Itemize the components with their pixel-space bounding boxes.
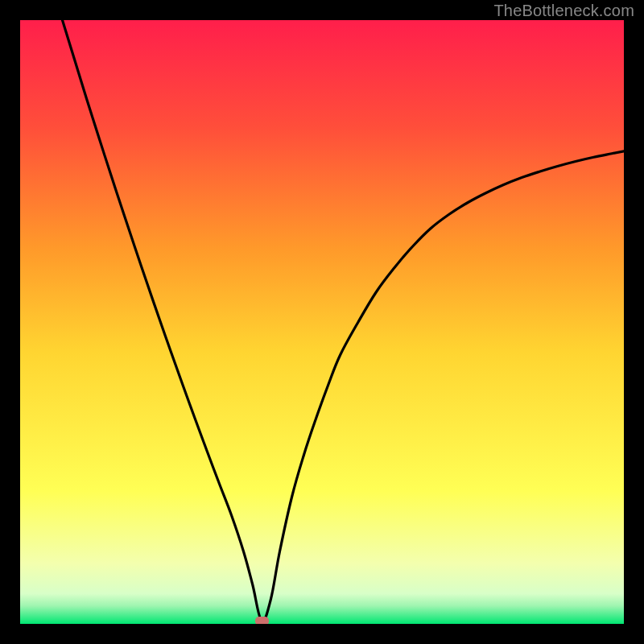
- watermark-text: TheBottleneck.com: [493, 2, 634, 20]
- chart-frame: TheBottleneck.com: [0, 0, 644, 644]
- optimum-marker: [255, 617, 269, 624]
- bottleneck-curve: [20, 20, 624, 624]
- plot-area: [20, 20, 624, 624]
